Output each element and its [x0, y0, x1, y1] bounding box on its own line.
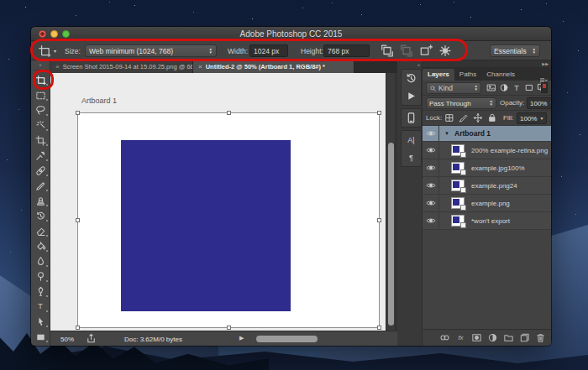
stars — [0, 0, 1, 1]
new-adjustment-layer-icon[interactable] — [487, 332, 498, 343]
add-layer-mask-icon[interactable] — [471, 332, 482, 343]
visibility-toggle[interactable] — [423, 126, 439, 141]
visibility-toggle[interactable] — [423, 159, 439, 176]
dropdown-caret-icon: ▼ — [549, 101, 551, 106]
visibility-toggle[interactable] — [423, 177, 439, 194]
spot-healing-brush-tool-button[interactable] — [32, 163, 49, 178]
new-layer-icon[interactable] — [519, 332, 530, 343]
paint-bucket-tool-button[interactable] — [32, 238, 49, 253]
selection-handle[interactable] — [76, 111, 80, 115]
dodge-tool-button[interactable] — [32, 268, 49, 284]
document-area: × Screen Shot 2015-09-14 at 15.09.25.png… — [50, 60, 397, 346]
lasso-tool-button[interactable] — [32, 102, 49, 117]
lock-all-icon[interactable] — [487, 112, 497, 123]
filter-adjustment-layers-icon[interactable] — [499, 82, 509, 93]
pen-tool-button[interactable] — [32, 284, 49, 299]
lock-image-pixels-icon[interactable] — [459, 112, 469, 123]
filter-pixel-layers-icon[interactable] — [486, 82, 496, 93]
tab-layers[interactable]: Layers — [423, 69, 454, 81]
filter-kind-select[interactable]: Kind ▲▼ — [426, 82, 481, 94]
layer-filter-toggle[interactable] — [541, 82, 548, 93]
rectangle-tool-button[interactable] — [32, 329, 49, 344]
link-layers-icon[interactable] — [439, 332, 450, 343]
blue-rectangle-layer[interactable] — [121, 140, 291, 311]
canvas[interactable]: Artboard 1 — [50, 73, 386, 331]
lock-position-icon[interactable] — [473, 112, 483, 123]
blur-tool-button[interactable] — [32, 253, 49, 268]
smart-object-badge-icon — [460, 187, 466, 193]
right-panel-dock: « A|¶ ▶▶ Layers Paths Channels — [397, 60, 551, 346]
filter-type-layers-icon[interactable]: T — [512, 82, 522, 93]
collapse-arrows-icon[interactable]: « — [401, 60, 422, 69]
layer-effects-icon[interactable]: fx — [455, 332, 466, 343]
actions-panel-icon[interactable] — [405, 90, 417, 102]
horizontal-scrollbar-thumb[interactable] — [256, 336, 318, 342]
selection-handle[interactable] — [377, 218, 381, 222]
dock-collapse-icon[interactable]: ▶▶ — [423, 60, 551, 67]
blend-mode-row: Pass Through ▲▼ Opacity: 100% ▼ — [423, 96, 551, 111]
zoom-level[interactable]: 50% — [60, 336, 74, 343]
visibility-toggle[interactable] — [423, 195, 439, 211]
type-tool-button[interactable]: T — [32, 299, 49, 314]
disclosure-triangle-icon[interactable]: ▼ — [444, 131, 449, 136]
tab-screenshot-document[interactable]: × Screen Shot 2015-09-14 at 15.09.25.png… — [50, 60, 193, 73]
lock-icons — [444, 112, 497, 123]
layer-row[interactable]: example.png24 — [423, 177, 551, 195]
selection-handle[interactable] — [76, 326, 80, 330]
artboard-name-label[interactable]: Artboard 1 — [81, 96, 117, 105]
paragraph-panel-icon[interactable]: ¶ — [405, 151, 417, 164]
selection-handle[interactable] — [377, 111, 381, 115]
export-share-icon[interactable] — [86, 333, 97, 344]
layer-thumbnail[interactable] — [451, 162, 465, 174]
status-menu-arrow-icon[interactable]: ▶ — [239, 335, 244, 341]
document-tab-bar: × Screen Shot 2015-09-14 at 15.09.25.png… — [50, 60, 397, 73]
visibility-toggle[interactable] — [423, 212, 439, 229]
selection-handle[interactable] — [377, 326, 381, 330]
selection-handle[interactable] — [76, 218, 80, 222]
eyedropper-tool-button[interactable] — [32, 148, 49, 163]
layer-row-artboard-group[interactable]: ▼ Artboard 1 — [423, 126, 551, 142]
history-brush-tool-button[interactable] — [32, 208, 49, 223]
tab-untitled-document[interactable]: × Untitled-2 @ 50% (Artboard 1, RGB/8#) … — [193, 60, 354, 73]
brush-tool-button[interactable] — [32, 178, 49, 193]
selection-handle[interactable] — [227, 111, 231, 115]
layer-row[interactable]: example.jpg100% — [423, 159, 551, 177]
layer-row[interactable]: 200% example-retina.png — [423, 142, 551, 159]
smart-object-badge-icon — [460, 205, 466, 211]
tab-close-icon[interactable]: × — [198, 63, 202, 70]
clone-stamp-tool-button[interactable] — [32, 193, 49, 208]
eraser-tool-button[interactable] — [32, 223, 49, 238]
tab-close-icon[interactable]: × — [55, 63, 60, 70]
blend-mode-select[interactable]: Pass Through ▲▼ — [426, 97, 496, 109]
vertical-scrollbar-thumb[interactable] — [388, 143, 394, 326]
path-selection-tool-button[interactable] — [32, 314, 49, 329]
new-group-icon[interactable] — [503, 332, 514, 343]
delete-layer-icon[interactable] — [535, 332, 546, 343]
crop-tool-button[interactable] — [32, 133, 49, 148]
layer-row[interactable]: *won't export — [423, 212, 551, 230]
vertical-scrollbar[interactable] — [386, 73, 395, 331]
fill-value[interactable]: 100% ▼ — [517, 112, 547, 124]
magic-wand-tool-button[interactable] — [32, 117, 49, 133]
selection-handle[interactable] — [227, 326, 231, 330]
strip-group-2 — [401, 108, 422, 128]
layer-thumbnail[interactable] — [451, 215, 465, 227]
filter-shape-layers-icon[interactable] — [524, 82, 534, 93]
filter-icons: T — [486, 82, 547, 93]
tab-paths[interactable]: Paths — [454, 69, 481, 81]
device-preview-panel-icon[interactable] — [405, 112, 417, 124]
opacity-value[interactable]: 100% ▼ — [527, 97, 551, 109]
character-panel-icon[interactable]: A| — [405, 133, 417, 146]
layer-thumbnail[interactable] — [451, 180, 465, 191]
toolbar-expand-icon[interactable]: » — [31, 60, 50, 69]
history-panel-icon[interactable] — [405, 72, 417, 85]
workspace-select[interactable]: Essentials ▲▼ — [490, 44, 540, 57]
artboard[interactable] — [77, 112, 380, 328]
layer-row[interactable]: example.png — [423, 195, 551, 212]
lock-row: Lock: Fill: 100% ▼ — [423, 111, 551, 126]
tab-channels[interactable]: Channels — [481, 69, 520, 81]
visibility-toggle[interactable] — [423, 142, 439, 159]
lock-transparent-pixels-icon[interactable] — [444, 112, 454, 123]
layer-thumbnail[interactable] — [451, 197, 465, 209]
layer-thumbnail[interactable] — [451, 144, 465, 156]
